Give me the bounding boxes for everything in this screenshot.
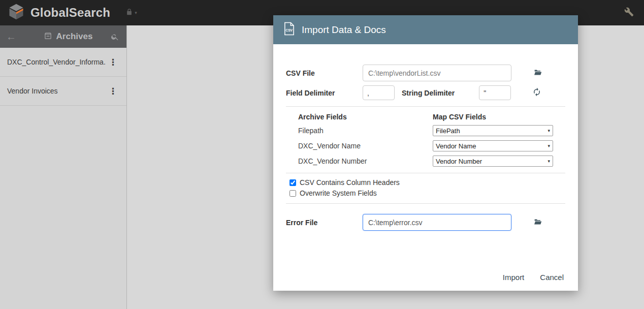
sidebar-title: Archives: [56, 32, 93, 42]
mapping-row: DXC_Vendor Name Vendor Name ▾: [273, 140, 578, 151]
import-data-docs-dialog: CSV Import Data & Docs CSV File Field De…: [273, 15, 578, 291]
delimiters-row: Field Delimiter String Delimiter: [273, 85, 578, 100]
divider: [286, 203, 565, 204]
dialog-footer: Import Cancel: [503, 273, 564, 282]
folder-open-icon: [533, 68, 543, 78]
csv-file-row: CSV File: [273, 65, 578, 81]
overwrite-system-fields-label: Overwrite System Fields: [300, 189, 377, 197]
csv-document-icon: CSV: [283, 22, 295, 38]
tools-button[interactable]: [624, 7, 634, 19]
error-file-label: Error File: [286, 219, 363, 227]
svg-text:CSV: CSV: [285, 28, 293, 32]
archive-fields-header: Archive Fields: [298, 113, 433, 121]
selected-option: Vendor Number: [436, 158, 482, 165]
csv-field-select[interactable]: Vendor Name ▾: [433, 140, 553, 151]
error-file-input[interactable]: [363, 214, 511, 231]
selected-option: FilePath: [436, 127, 460, 135]
error-file-row: Error File: [273, 214, 578, 231]
csv-headers-option[interactable]: CSV Contains Column Headers: [289, 178, 565, 187]
kebab-menu-icon[interactable]: ⋮: [106, 55, 120, 70]
map-csv-fields-header: Map CSV Fields: [433, 113, 565, 121]
csv-headers-label: CSV Contains Column Headers: [300, 178, 400, 187]
sidebar-header: ← Archives: [0, 25, 126, 48]
csv-file-input[interactable]: [363, 65, 511, 81]
dialog-header: CSV Import Data & Docs: [273, 15, 578, 44]
csv-headers-checkbox[interactable]: [289, 179, 296, 186]
archive-icon: [44, 32, 52, 42]
mapping-row: DXC_Vendor Number Vendor Number ▾: [273, 156, 578, 167]
chevron-down-icon: ▾: [135, 10, 137, 15]
csv-field-select[interactable]: FilePath ▾: [433, 125, 553, 136]
sidebar-title-wrap: Archives: [25, 32, 111, 42]
archive-list-item[interactable]: DXC_Control_Vendor_Informa... ⋮: [0, 48, 126, 77]
csv-field-select[interactable]: Vendor Number ▾: [433, 156, 553, 167]
refresh-fields-button[interactable]: [531, 86, 542, 99]
chevron-down-icon: ▾: [548, 143, 550, 148]
mapping-row: Filepath FilePath ▾: [273, 125, 578, 136]
overwrite-system-fields-checkbox[interactable]: [289, 190, 296, 197]
lock-menu-button[interactable]: ▾: [125, 8, 137, 18]
search-icon[interactable]: [111, 33, 119, 41]
field-delimiter-label: Field Delimiter: [286, 89, 363, 97]
lock-icon: [125, 8, 133, 18]
sidebar: ← Archives DXC_Control_Vendor_Informa...…: [0, 25, 127, 309]
chevron-down-icon: ▾: [548, 128, 550, 133]
dialog-title: Import Data & Docs: [302, 24, 386, 36]
browse-error-file-button[interactable]: [532, 217, 544, 229]
kebab-menu-icon[interactable]: ⋮: [106, 84, 120, 99]
globalsearch-logo-icon: [7, 3, 25, 23]
archive-field-name: Filepath: [298, 127, 433, 135]
archive-field-name: DXC_Vendor Number: [298, 157, 433, 165]
cancel-button[interactable]: Cancel: [540, 273, 564, 282]
divider: [286, 173, 565, 173]
archive-list-item[interactable]: Vendor Invoices ⋮: [0, 77, 126, 106]
brand-name: GlobalSearch: [30, 6, 110, 20]
csv-file-label: CSV File: [286, 69, 363, 77]
string-delimiter-label: String Delimiter: [402, 89, 455, 97]
options-section: CSV Contains Column Headers Overwrite Sy…: [273, 178, 578, 197]
field-delimiter-input[interactable]: [363, 85, 395, 100]
archive-name: DXC_Control_Vendor_Informa...: [7, 58, 106, 66]
chevron-down-icon: ▾: [548, 159, 550, 164]
archive-field-name: DXC_Vendor Name: [298, 142, 433, 150]
string-delimiter-input[interactable]: [479, 85, 511, 100]
import-button[interactable]: Import: [503, 273, 525, 282]
wrench-icon: [624, 7, 634, 19]
folder-open-icon: [533, 218, 543, 228]
mapping-headers: Archive Fields Map CSV Fields: [273, 107, 578, 121]
brand: GlobalSearch: [7, 3, 110, 23]
overwrite-system-fields-option[interactable]: Overwrite System Fields: [289, 189, 565, 197]
back-arrow-icon[interactable]: ←: [6, 31, 25, 43]
archive-name: Vendor Invoices: [7, 87, 58, 95]
refresh-icon: [532, 87, 541, 98]
browse-csv-file-button[interactable]: [532, 67, 544, 79]
archive-list: DXC_Control_Vendor_Informa... ⋮ Vendor I…: [0, 48, 126, 106]
selected-option: Vendor Name: [436, 142, 476, 150]
